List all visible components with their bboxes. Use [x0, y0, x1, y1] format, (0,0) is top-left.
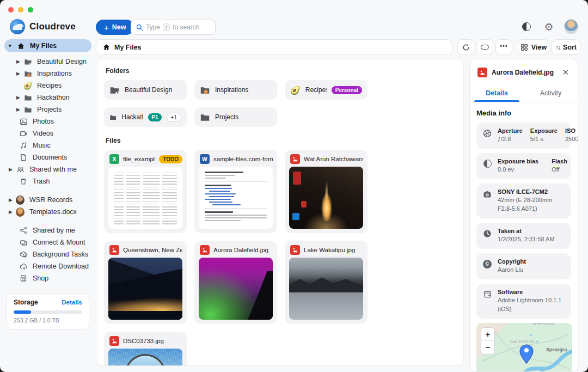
avocado-icon: 🥑: [23, 81, 32, 90]
videos-icon: [19, 129, 28, 138]
tag-badge-todo: TODO: [159, 155, 182, 163]
sidebar-item-inspirations[interactable]: ▶ Inspirations: [4, 68, 91, 80]
folder-icon: [109, 112, 117, 123]
caret-right-icon[interactable]: ▶: [16, 107, 23, 112]
tasks-icon: [19, 250, 28, 259]
photo-preview: [108, 349, 182, 366]
sidebar-item-photos[interactable]: Photos: [4, 115, 91, 127]
music-icon: [19, 141, 28, 150]
document-icon: [19, 153, 28, 162]
sidebar-item-documents[interactable]: Documents: [4, 151, 91, 163]
location-map[interactable]: WHAREHU DALEFIELD Speargra S POINT + − L…: [476, 323, 572, 372]
folder-card-hackathon[interactable]: Hackathon P1 +1: [104, 107, 187, 127]
map-label-wharehu: WHAREHU: [533, 323, 555, 325]
sidebar-item-projects[interactable]: ▶ Projects: [4, 103, 91, 115]
sidebar-item-my-files[interactable]: ▾ My Files: [4, 39, 91, 52]
file-card-wat-arun[interactable]: Wat Arun Ratchawarar...: [285, 150, 367, 233]
sidebar-item-beautiful-design[interactable]: ▶ Beautiful Design: [4, 56, 91, 68]
select-toggle-icon: [481, 45, 489, 50]
tag-badge-p1: P1: [148, 113, 161, 121]
close-icon[interactable]: ✕: [560, 66, 571, 78]
sidebar-item-wsr-records[interactable]: ▶ WSR Records: [4, 194, 91, 206]
app-window: Cloudreve + New Type / to search ⚙ ▾ My …: [0, 0, 588, 372]
caret-right-icon[interactable]: ▶: [16, 59, 23, 64]
sidebar-item-remote-download[interactable]: Remote Download: [4, 260, 91, 272]
minimize-window-button[interactable]: [18, 7, 23, 13]
gear-icon: ⚙: [544, 22, 553, 32]
view-button[interactable]: View: [518, 39, 549, 55]
caret-right-icon[interactable]: ▶: [9, 209, 16, 215]
caret-right-icon[interactable]: ▶: [16, 95, 23, 100]
sort-button[interactable]: ↑↓ Sort: [552, 39, 580, 55]
file-card-aurora[interactable]: Aurora Dalefield.jpg: [194, 241, 277, 324]
map-zoom-in-button[interactable]: +: [481, 328, 494, 341]
map-label-dalefield: DALEFIELD: [510, 340, 534, 344]
sidebar-item-templates-docx[interactable]: ▶ Templates.docx: [4, 206, 91, 218]
shared-folder-icon: [109, 85, 120, 95]
caret-right-icon[interactable]: ▶: [16, 71, 23, 76]
sort-arrows-icon: ↑↓: [555, 44, 560, 51]
account-menu-button[interactable]: [564, 20, 578, 34]
folder-card-recipes[interactable]: 🥑 Recipes Personal: [285, 80, 367, 100]
caret-right-icon[interactable]: ▶: [9, 197, 16, 203]
caret-down-icon[interactable]: ▾: [9, 43, 16, 48]
sidebar-item-background-tasks[interactable]: Background Tasks: [4, 248, 91, 260]
settings-button[interactable]: ⚙: [542, 20, 556, 34]
tab-activity[interactable]: Activity: [524, 85, 578, 102]
sidebar-item-trash[interactable]: Trash: [4, 175, 91, 187]
shared-folder-icon: [23, 57, 32, 66]
folder-card-inspirations[interactable]: Inspirations: [194, 80, 277, 100]
folder-card-projects[interactable]: Projects: [194, 107, 277, 127]
caret-right-icon[interactable]: ▶: [9, 167, 16, 172]
storage-details-link[interactable]: Details: [62, 299, 82, 306]
sidebar-item-music[interactable]: Music: [4, 139, 91, 151]
folders-heading: Folders: [106, 67, 463, 75]
folder-emoji-icon: [200, 85, 210, 95]
file-card-document[interactable]: W sample-files.com-form...: [194, 150, 277, 233]
plus-icon: +: [104, 23, 109, 32]
sidebar-item-hackathon[interactable]: ▶ Hackathon: [4, 92, 91, 103]
image-file-icon: [290, 245, 300, 255]
media-card-copyright: © CopyrightAaron Liu: [476, 253, 571, 279]
close-window-button[interactable]: [8, 7, 14, 13]
sidebar-item-recipes[interactable]: 🥑 Recipes: [4, 80, 91, 92]
tag-badge-personal: Personal: [332, 86, 362, 94]
search-input[interactable]: Type / to search: [131, 20, 216, 35]
file-card-lake-wakatipu[interactable]: Lake Wakatipu.jpg: [285, 241, 367, 324]
media-card-bias-flash: Exposure bias0.0 ev FlashOff: [476, 153, 571, 179]
sidebar-item-shared-by-me[interactable]: Shared by me: [4, 224, 91, 236]
breadcrumb-my-files[interactable]: My Files: [114, 44, 141, 51]
new-button[interactable]: + New: [96, 20, 134, 35]
breadcrumb[interactable]: My Files: [96, 39, 453, 55]
mount-icon: [19, 238, 28, 247]
sidebar-item-connect-mount[interactable]: Connect & Mount: [4, 236, 91, 248]
excel-file-icon: X: [109, 154, 119, 164]
avocado-icon: 🥑: [290, 86, 301, 94]
dark-mode-icon: [522, 22, 531, 31]
more-options-button[interactable]: •••: [495, 39, 512, 55]
sidebar-item-shop[interactable]: Shop: [4, 272, 91, 284]
select-toggle-button[interactable]: [476, 39, 493, 55]
trash-icon: [19, 177, 28, 186]
share-nodes-icon: [19, 226, 28, 235]
folder-icon: [23, 93, 32, 102]
file-card-spreadsheet[interactable]: X file_example... TODO: [104, 150, 187, 233]
grid-view-icon: [520, 44, 528, 51]
map-zoom-out-button[interactable]: −: [481, 341, 494, 354]
theme-toggle-button[interactable]: [519, 20, 534, 34]
map-zoom-controls: + −: [481, 327, 495, 355]
word-file-icon: W: [200, 154, 210, 164]
app-title: Cloudreve: [29, 21, 76, 32]
tab-details[interactable]: Details: [470, 85, 524, 102]
sidebar-item-videos[interactable]: Videos: [4, 127, 91, 139]
refresh-button[interactable]: [457, 39, 474, 55]
app-logo: Cloudreve: [10, 19, 76, 34]
zoom-window-button[interactable]: [28, 7, 33, 13]
details-tabs: Details Activity: [470, 85, 578, 102]
folder-card-beautiful-design[interactable]: Beautiful Design: [104, 80, 187, 100]
file-card-queenstown[interactable]: Queenstown, New Zeal...: [104, 241, 187, 324]
file-card-dsc03733[interactable]: DSC03733.jpg: [104, 332, 187, 366]
folders-grid: Beautiful Design Inspirations 🥑 Recipes …: [96, 80, 463, 127]
sidebar-item-shared-with-me[interactable]: ▶ Shared with me: [4, 163, 91, 175]
photos-icon: [19, 117, 28, 126]
